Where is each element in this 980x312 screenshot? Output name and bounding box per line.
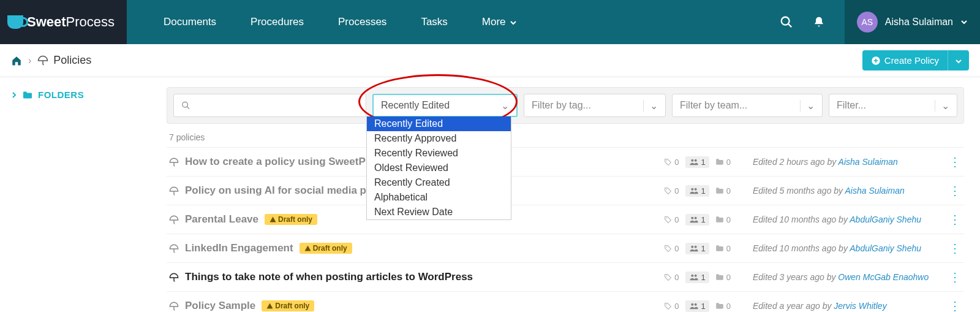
row-menu-icon[interactable]: ⋮: [949, 154, 962, 169]
chevron-down-icon: [510, 19, 517, 26]
umbrella-icon: [169, 156, 179, 167]
editor-link[interactable]: Jervis Whitley: [834, 301, 886, 311]
umbrella-icon: [169, 185, 179, 196]
svg-line-1: [788, 24, 792, 28]
page-title: Policies: [53, 54, 91, 67]
tag-filter[interactable]: Filter by tag... ⌄: [524, 94, 666, 117]
folder-count: 0: [712, 272, 734, 283]
editor-link[interactable]: AbdulGaniy Shehu: [850, 215, 921, 224]
folders-toggle[interactable]: FOLDERS: [11, 89, 145, 100]
generic-filter[interactable]: Filter... ⌄: [829, 94, 957, 117]
svg-point-9: [691, 188, 693, 190]
team-placeholder: Filter by team...: [680, 100, 794, 111]
svg-point-10: [694, 188, 696, 190]
svg-point-19: [694, 274, 696, 276]
team-filter[interactable]: Filter by team... ⌄: [672, 94, 823, 117]
policy-title: How to create a policy using SweetPro: [185, 156, 376, 168]
edited-text: Edited 10 months ago by AbdulGaniy Shehu: [753, 215, 937, 224]
row-menu-icon[interactable]: ⋮: [949, 183, 962, 198]
edited-text: Edited 5 months ago by Aisha Sulaiman: [753, 186, 937, 196]
user-menu[interactable]: AS Aisha Sulaiman: [845, 0, 980, 44]
svg-point-20: [666, 304, 668, 305]
draft-badge: Draft only: [300, 243, 352, 254]
user-count: 1: [685, 185, 709, 197]
umbrella-icon: [169, 300, 179, 311]
row-menu-icon[interactable]: ⋮: [949, 241, 962, 256]
svg-point-17: [666, 275, 668, 276]
plus-circle-icon: [871, 56, 881, 66]
sort-option[interactable]: Recently Edited: [367, 116, 511, 131]
editor-link[interactable]: Aisha Sulaiman: [845, 186, 904, 196]
bell-icon[interactable]: [803, 16, 835, 28]
policy-row[interactable]: Policy Sample Draft only 0 1 0Edited a y…: [167, 291, 964, 312]
row-menu-icon[interactable]: ⋮: [949, 212, 962, 227]
search-field[interactable]: [195, 100, 358, 111]
home-icon[interactable]: [11, 55, 22, 66]
svg-point-7: [694, 159, 696, 161]
sort-option[interactable]: Recently Approved: [367, 131, 511, 146]
top-nav: SweetProcess Documents Procedures Proces…: [0, 0, 980, 44]
tag-count: 0: [660, 272, 682, 283]
sort-option[interactable]: Recently Created: [367, 175, 511, 190]
svg-point-6: [691, 159, 693, 161]
editor-link[interactable]: AbdulGaniy Shehu: [850, 243, 921, 253]
edited-text: Edited 2 hours ago by Aisha Sulaiman: [753, 157, 937, 167]
editor-link[interactable]: Owen McGab Enaohwo: [838, 272, 929, 282]
user-name: Aisha Sulaiman: [885, 17, 953, 28]
nav-documents[interactable]: Documents: [146, 16, 233, 28]
svg-point-12: [691, 216, 693, 219]
svg-point-21: [691, 303, 693, 305]
folder-count: 0: [712, 214, 734, 226]
row-menu-icon[interactable]: ⋮: [949, 299, 962, 312]
chevron-right-icon: [11, 92, 17, 98]
sort-option[interactable]: Oldest Reviewed: [367, 161, 511, 175]
nav-more[interactable]: More: [465, 16, 534, 28]
sidebar: FOLDERS: [0, 77, 156, 312]
nav-tasks[interactable]: Tasks: [404, 16, 464, 28]
user-count: 1: [685, 300, 709, 312]
policy-title: Parental Leave: [185, 213, 258, 226]
svg-point-15: [691, 245, 693, 248]
sort-dropdown: Recently Edited Recently Approved Recent…: [366, 116, 511, 220]
umbrella-icon: [37, 55, 48, 66]
logo[interactable]: SweetProcess: [0, 0, 127, 44]
sort-option[interactable]: Recently Reviewed: [367, 146, 511, 161]
svg-point-11: [666, 218, 668, 219]
chevron-down-icon: [960, 18, 968, 26]
policy-row[interactable]: How to create a policy using SweetPro 0 …: [167, 147, 964, 176]
sort-select[interactable]: Recently Edited ⌄: [372, 94, 518, 117]
chevron-down-icon: ⌄: [800, 100, 815, 112]
svg-line-4: [187, 107, 189, 109]
avatar: AS: [857, 12, 878, 32]
user-count: 1: [685, 156, 709, 168]
sort-option[interactable]: Alphabetical: [367, 190, 511, 205]
policy-row[interactable]: LinkedIn Engagement Draft only 0 1 0Edit…: [167, 234, 964, 262]
svg-point-3: [183, 102, 188, 107]
nav-procedures[interactable]: Procedures: [233, 16, 321, 28]
policy-row[interactable]: Things to take note of when posting arti…: [167, 262, 964, 291]
breadcrumb-bar: › Policies Create Policy: [0, 44, 980, 77]
edited-text: Edited a year ago by Jervis Whitley: [753, 301, 937, 311]
umbrella-icon: [169, 272, 179, 283]
folder-count: 0: [712, 300, 734, 312]
search-icon[interactable]: [770, 15, 803, 29]
policy-row[interactable]: Parental Leave Draft only 0 1 0Edited 10…: [167, 205, 964, 234]
editor-link[interactable]: Aisha Sulaiman: [839, 157, 898, 167]
search-input[interactable]: [173, 94, 366, 117]
tag-placeholder: Filter by tag...: [532, 100, 637, 111]
svg-point-22: [694, 303, 696, 305]
chevron-down-icon: ⌄: [935, 100, 949, 112]
result-count: 7 policies: [169, 132, 964, 142]
create-policy-button[interactable]: Create Policy: [862, 50, 969, 70]
policy-row[interactable]: Policy on using AI for social media pos …: [167, 176, 964, 205]
nav-processes[interactable]: Processes: [321, 16, 404, 28]
create-policy-dropdown[interactable]: [948, 50, 969, 70]
user-count: 1: [685, 272, 709, 283]
folder-count: 0: [712, 185, 734, 197]
policy-title: Policy Sample: [185, 300, 255, 312]
row-menu-icon[interactable]: ⋮: [949, 270, 962, 284]
tag-count: 0: [660, 185, 682, 197]
sort-option[interactable]: Next Review Date: [367, 205, 511, 219]
tag-count: 0: [660, 243, 682, 254]
search-icon: [181, 101, 190, 110]
